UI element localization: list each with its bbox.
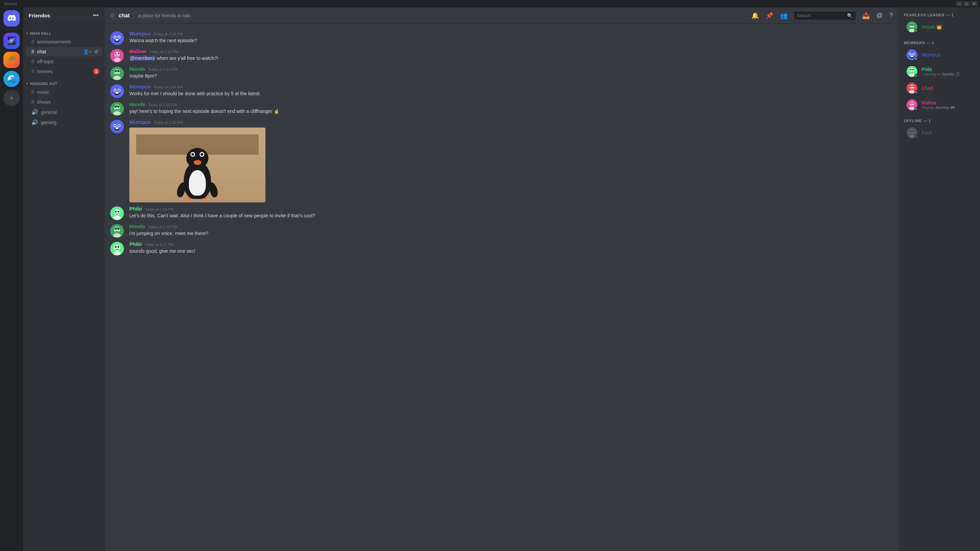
search-icon: 🔍 — [847, 13, 853, 18]
member-avatar — [907, 49, 917, 60]
inbox-icon[interactable]: 📥 — [862, 12, 870, 19]
avatar[interactable] — [110, 67, 124, 80]
add-server-button[interactable]: + — [3, 90, 20, 106]
svg-point-9 — [115, 53, 116, 54]
message-group: Wumpus Today at 2:15 PM — [105, 118, 898, 204]
category-arrow: ▼ — [26, 32, 29, 35]
username[interactable]: Wumpus — [129, 30, 151, 37]
close-button[interactable]: ✕ — [971, 2, 977, 6]
member-item-chad[interactable]: Chad — [901, 80, 977, 96]
status-indicator — [914, 74, 918, 77]
channel-header-topic: a place for friends to talk — [138, 13, 747, 18]
avatar[interactable] — [110, 49, 124, 63]
channel-announcements[interactable]: # announcements — [26, 37, 102, 47]
member-info: Chad — [921, 86, 972, 91]
server-sidebar: Friendos ••• ▼ MAIN HALL # announcements… — [23, 0, 105, 551]
home-server-icon[interactable] — [3, 10, 20, 27]
memes-notification-badge: 1 — [93, 68, 99, 75]
timestamp: Today at 2:14 PM — [148, 67, 177, 71]
search-input[interactable] — [797, 13, 845, 18]
avatar[interactable] — [110, 224, 124, 238]
server-divider — [6, 29, 17, 30]
help-icon[interactable]: ? — [889, 12, 893, 19]
message-content: Wumpus Today at 2:14 PM Works for me! I … — [129, 84, 893, 98]
window-controls: ─ □ ✕ — [956, 2, 977, 6]
member-avatar — [907, 66, 917, 77]
member-item-face[interactable]: Face — [901, 124, 977, 141]
server-icon-1[interactable]: 🌌 — [3, 33, 20, 49]
avatar[interactable] — [110, 31, 124, 45]
message-group: Phibi Today at 2:17 PM sounds good, give… — [105, 240, 898, 257]
server-icon-friendos[interactable]: 🌴 — [3, 52, 20, 68]
minimize-button[interactable]: ─ — [956, 2, 962, 6]
svg-point-32 — [115, 125, 116, 126]
message-group: Wumpus Today at 2:14 PM Works for me! I … — [105, 82, 898, 99]
svg-point-35 — [115, 127, 119, 129]
at-icon[interactable]: @ — [877, 12, 883, 19]
member-item-wumpus[interactable]: Wumpus — [901, 47, 977, 63]
channel-memes[interactable]: # memes 1 — [26, 67, 102, 76]
channel-chat[interactable]: # chat 👤+ ⚙ — [26, 47, 102, 56]
message-group: Hoods Today at 2:16 PM i'm jumping on vo… — [105, 222, 898, 239]
message-text: Wanna watch the next episode? — [129, 37, 893, 44]
message-text: Works for me! I should be done with prac… — [129, 90, 893, 97]
username[interactable]: Hoods — [129, 224, 145, 229]
channel-music[interactable]: # music — [26, 87, 102, 97]
svg-point-40 — [113, 216, 121, 220]
members-icon[interactable]: 👥 — [780, 12, 788, 19]
avatar[interactable] — [110, 120, 124, 133]
members-mention[interactable]: @members — [129, 56, 156, 61]
server-icon-3[interactable]: 🌊 — [3, 71, 20, 87]
channel-name-memes: memes — [37, 69, 91, 74]
text-channel-icon: # — [31, 89, 34, 95]
app-title: Discord — [4, 2, 17, 6]
category-hanging-out[interactable]: ▼ HANGING OUT — [23, 76, 105, 87]
maximize-button[interactable]: □ — [964, 2, 970, 6]
avatar[interactable] — [110, 84, 124, 98]
message-header: Phibi Today at 2:16 PM — [129, 206, 893, 211]
channel-shows[interactable]: # shows — [26, 97, 102, 107]
svg-point-76 — [912, 102, 914, 104]
avatar[interactable] — [110, 206, 124, 220]
server-header[interactable]: Friendos ••• — [23, 8, 105, 24]
member-item-phibi[interactable]: Phibi Listening to Spotify 🎵 — [901, 63, 977, 79]
svg-point-64 — [910, 68, 914, 73]
channel-settings-button[interactable]: ⚙ — [94, 49, 99, 54]
username[interactable]: Hoods — [129, 66, 145, 72]
fearless-leader-section-title: FEARLESS LEADER — 1 — [898, 8, 980, 18]
bell-icon[interactable]: 🔔 — [751, 12, 759, 19]
svg-point-28 — [113, 111, 121, 115]
svg-point-4 — [118, 37, 120, 38]
svg-point-16 — [113, 76, 121, 80]
svg-point-29 — [110, 120, 124, 133]
server-rail: 🌌 🌴 🌊 + — [0, 0, 23, 551]
avatar[interactable] — [110, 102, 124, 116]
server-menu-button[interactable]: ••• — [92, 11, 99, 19]
username[interactable]: Hoods — [129, 102, 145, 107]
username[interactable]: Wumpus — [129, 119, 151, 125]
category-main-hall[interactable]: ▼ MAIN HALL — [23, 26, 105, 37]
messages-area: Wumpus Today at 2:13 PM Wanna watch the … — [105, 24, 898, 551]
message-image — [129, 127, 266, 202]
add-member-button[interactable]: 👤+ — [82, 49, 92, 54]
timestamp: Today at 2:15 PM — [153, 121, 183, 124]
username[interactable]: Mallow — [129, 48, 146, 54]
username[interactable]: Phibi — [129, 241, 142, 247]
svg-point-48 — [115, 246, 117, 248]
channel-hash-icon: # — [110, 11, 115, 20]
member-item-hoods-leader[interactable]: Hoods 👑 — [901, 19, 977, 35]
search-bar[interactable]: 🔍 — [794, 11, 856, 20]
svg-point-60 — [913, 53, 914, 55]
channel-general-voice[interactable]: 🔊 general — [26, 107, 102, 117]
username[interactable]: Wumpus — [129, 84, 151, 89]
username[interactable]: Phibi — [129, 206, 142, 211]
message-group: Mallow Today at 2:13 PM @members when ar… — [105, 47, 898, 64]
message-header: Phibi Today at 2:17 PM — [129, 241, 893, 247]
avatar[interactable] — [110, 242, 124, 256]
pin-icon[interactable]: 📌 — [765, 12, 773, 19]
member-item-mallow[interactable]: Mallow Playing Journey 🎮 — [901, 97, 977, 113]
svg-point-62 — [911, 56, 913, 57]
channel-off-topic[interactable]: # off-topic — [26, 57, 102, 66]
svg-point-49 — [118, 246, 119, 248]
channel-gaming-voice[interactable]: 🔊 gaming — [26, 118, 102, 127]
